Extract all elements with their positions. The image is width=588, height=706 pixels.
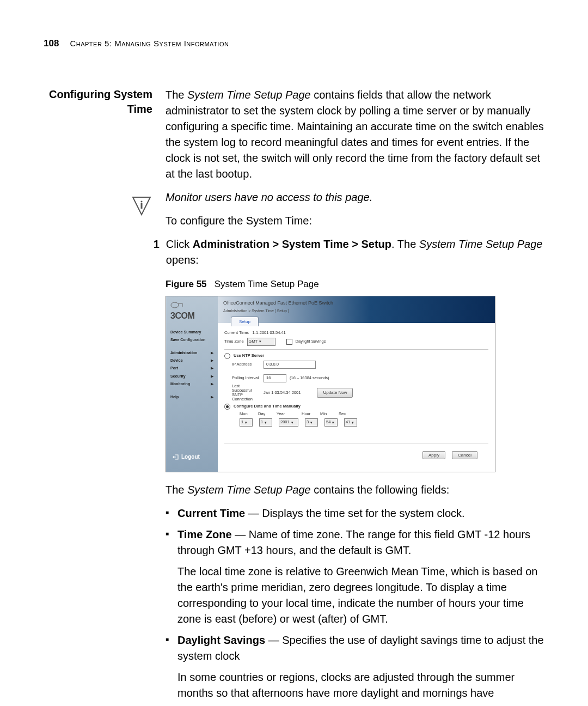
sidebar-item-device[interactable]: Device▶ — [169, 357, 215, 364]
polling-interval-label: Polling Interval — [232, 375, 260, 381]
brand-text: 3COM — [170, 309, 213, 322]
sidebar-item-security[interactable]: Security▶ — [169, 373, 215, 380]
last-sntp-label: Last Successful SNTP Connection — [232, 384, 260, 402]
info-icon — [44, 195, 152, 706]
sidebar-item-monitoring[interactable]: Monitoring▶ — [169, 380, 215, 388]
time-zone-label: Time Zone — [224, 339, 244, 345]
ss-panel: Current Time: 1-1-2001 03:54:41 Time Zon… — [218, 323, 495, 472]
year-select[interactable]: 2001 — [279, 418, 298, 427]
tab-setup[interactable]: Setup — [231, 317, 259, 327]
time-zone-select[interactable]: GMT — [247, 338, 275, 346]
hour-select[interactable]: 3 — [305, 418, 318, 427]
step-1: 1 Click Administration > System Time > S… — [166, 236, 544, 268]
brand-icon — [170, 302, 213, 309]
sidebar-item-device-summary[interactable]: Device Summary — [169, 328, 215, 336]
page-number: 108 — [44, 38, 59, 49]
note-text: Monitor users have no access to this pag… — [166, 190, 544, 205]
sidebar-item-administration[interactable]: Administration▶ — [169, 349, 215, 357]
ss-titlebar: OfficeConnect Managed Fast Ethernet PoE … — [218, 296, 495, 323]
minute-select[interactable]: 54 — [324, 418, 338, 427]
sidebar-item-help[interactable]: Help▶ — [169, 393, 215, 401]
use-ntp-radio[interactable] — [224, 353, 230, 359]
svg-rect-2 — [141, 203, 143, 209]
svg-point-1 — [140, 200, 142, 202]
use-ntp-label: Use NTP Server — [234, 353, 264, 359]
apply-button[interactable]: Apply — [422, 451, 445, 459]
product-title: OfficeConnect Managed Fast Ethernet PoE … — [223, 300, 489, 307]
manual-time-radio[interactable] — [224, 404, 230, 410]
field-list: Current Time — Displays the time set for… — [166, 506, 544, 701]
logout-icon — [173, 454, 179, 460]
month-select[interactable]: 1 — [240, 418, 253, 427]
chapter-title: Chapter 5: Managing System Information — [70, 39, 229, 48]
field-daylight-savings: Daylight Savings — Specifies the use of … — [177, 632, 544, 701]
day-select[interactable]: 1 — [259, 418, 272, 427]
cancel-button[interactable]: Cancel — [452, 451, 477, 459]
ss-nav: Device Summary Save Configuration Admini… — [166, 327, 218, 402]
current-time-label: Current Time: — [224, 330, 249, 336]
sidebar-item-port[interactable]: Port▶ — [169, 364, 215, 372]
page-header: 108 Chapter 5: Managing System Informati… — [44, 38, 544, 49]
sidebar-item-save-config[interactable]: Save Configuration — [169, 336, 215, 344]
figure-caption: Figure 55 System Time Setup Page — [166, 278, 544, 291]
second-select[interactable]: 41 — [344, 418, 357, 427]
ip-address-input[interactable]: 0.0.0.0 — [264, 361, 316, 369]
daylight-savings-label: Daylight Savings — [296, 339, 326, 345]
figure-screenshot: 3COM Device Summary Save Configuration A… — [166, 296, 495, 473]
update-now-button[interactable]: Update Now — [317, 388, 353, 398]
last-sntp-value: Jan 1 03:54:34 2001 — [264, 390, 301, 396]
current-time-value: 1-1-2001 03:54:41 — [252, 330, 285, 336]
ss-sidebar: 3COM Device Summary Save Configuration A… — [166, 296, 218, 472]
section-heading: Configuring System Time — [44, 87, 152, 117]
manual-time-label: Configure Date and Time Manually — [234, 404, 301, 410]
daylight-savings-checkbox[interactable] — [286, 339, 292, 345]
svg-point-3 — [171, 302, 179, 308]
ip-address-label: IP Address — [232, 362, 260, 368]
nav-path: Administration > System Time > Setup — [193, 238, 391, 250]
polling-interval-input[interactable]: 16 — [264, 374, 286, 382]
field-current-time: Current Time — Displays the time set for… — [177, 506, 544, 521]
step-number: 1 — [152, 236, 160, 252]
after-figure-text: The System Time Setup Page contains the … — [166, 482, 544, 498]
to-configure: To configure the System Time: — [166, 213, 544, 229]
polling-interval-hint: (16 – 16384 seconds) — [290, 375, 329, 381]
field-time-zone: Time Zone — Name of time zone. The range… — [177, 527, 544, 627]
breadcrumb: Administration > System Time [ Setup ] — [223, 308, 489, 314]
section-intro: The System Time Setup Page contains fiel… — [166, 87, 544, 182]
logout-button[interactable]: Logout — [166, 446, 218, 472]
